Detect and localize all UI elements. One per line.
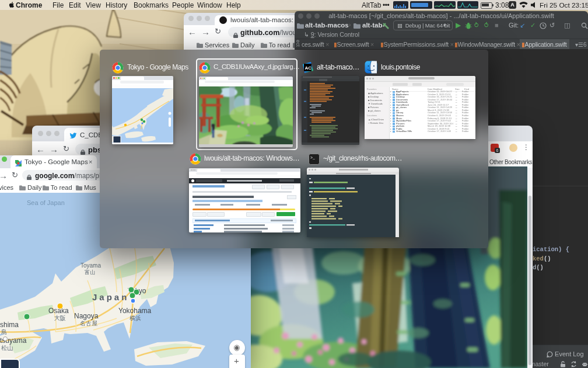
svg-text:Nagoya: Nagoya: [74, 312, 99, 320]
svg-text:AC: AC: [305, 65, 312, 71]
svg-text:名古屋: 名古屋: [80, 320, 97, 327]
svg-text:大阪: 大阪: [54, 315, 66, 321]
svg-text:>_: >_: [310, 156, 315, 160]
svg-text:横浜: 横浜: [130, 315, 141, 321]
svg-text:Sea of Japan: Sea of Japan: [27, 199, 65, 206]
svg-text:shima: shima: [0, 321, 19, 329]
svg-text:松山: 松山: [1, 345, 13, 351]
svg-text:富山: 富山: [85, 269, 95, 275]
svg-text:Japan: Japan: [92, 292, 129, 302]
svg-text:Toyama: Toyama: [80, 262, 101, 269]
svg-text:Yokohama: Yokohama: [118, 307, 152, 315]
svg-text:島: 島: [1, 329, 7, 335]
